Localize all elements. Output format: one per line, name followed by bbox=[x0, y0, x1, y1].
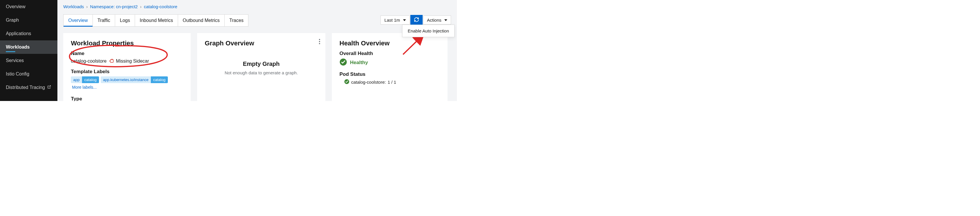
breadcrumb-workloads[interactable]: Workloads bbox=[63, 4, 84, 9]
actions-menu: Enable Auto Injection bbox=[402, 25, 455, 37]
cards-row: Workload Properties Name catalog-coolsto… bbox=[63, 33, 451, 101]
sidebar-item-applications[interactable]: Applications bbox=[0, 27, 57, 40]
tab-overview[interactable]: Overview bbox=[64, 14, 93, 26]
label-pair[interactable]: app catalog bbox=[71, 76, 99, 83]
empty-title: Empty Graph bbox=[205, 60, 318, 67]
breadcrumb-namespace[interactable]: Namespace: cn-project2 bbox=[90, 4, 138, 9]
main-content: Workloads › Namespace: cn-project2 › cat… bbox=[57, 0, 457, 101]
kebab-menu-button[interactable] bbox=[319, 39, 320, 44]
label-key: app.kubernetes.io/instance bbox=[101, 76, 151, 83]
label-value: catalog bbox=[151, 76, 168, 83]
card-title: Graph Overview bbox=[205, 40, 318, 47]
sidebar-item-label: Overview bbox=[6, 4, 25, 10]
top-actions: Last 1m Actions bbox=[380, 15, 451, 25]
tab-traces[interactable]: Traces bbox=[224, 14, 248, 26]
tab-logs[interactable]: Logs bbox=[115, 14, 135, 26]
pod-name: catalog-coolstore: bbox=[351, 79, 386, 84]
wp-type-heading: Type bbox=[71, 96, 183, 101]
refresh-button[interactable] bbox=[410, 15, 423, 25]
graph-empty-state: Empty Graph Not enough data to generate … bbox=[205, 51, 318, 75]
overall-health-heading: Overall Health bbox=[339, 51, 440, 57]
tabs: Overview Traffic Logs Inbound Metrics Ou… bbox=[63, 14, 248, 27]
graph-overview-card: Graph Overview Empty Graph Not enough da… bbox=[197, 33, 325, 101]
sidebar-item-label: Distributed Tracing bbox=[6, 85, 45, 90]
label-key: app bbox=[71, 76, 82, 83]
chevron-right-icon: › bbox=[140, 4, 142, 9]
breadcrumb-current[interactable]: catalog-coolstore bbox=[144, 4, 177, 9]
wp-name-value: catalog-coolstore bbox=[71, 59, 107, 64]
pod-count: 1 / 1 bbox=[388, 79, 396, 84]
actions-label: Actions bbox=[427, 17, 441, 22]
label-value: catalog bbox=[82, 76, 99, 83]
time-range-label: Last 1m bbox=[384, 17, 400, 22]
workload-properties-card: Workload Properties Name catalog-coolsto… bbox=[63, 33, 191, 101]
time-range-select[interactable]: Last 1m bbox=[380, 16, 409, 25]
health-status-text: Healthy bbox=[350, 60, 368, 65]
sidebar-item-label: Workloads bbox=[6, 44, 30, 50]
breadcrumb: Workloads › Namespace: cn-project2 › cat… bbox=[63, 4, 451, 9]
pod-status-row: catalog-coolstore: 1 / 1 bbox=[344, 79, 440, 85]
toolbar-row: Overview Traffic Logs Inbound Metrics Ou… bbox=[63, 14, 451, 27]
label-pair[interactable]: app.kubernetes.io/instance catalog bbox=[101, 76, 168, 83]
svg-rect-0 bbox=[110, 60, 113, 62]
card-title: Health Overview bbox=[339, 40, 440, 47]
sidebar: Overview Graph Applications Workloads Se… bbox=[0, 0, 57, 101]
empty-subtitle: Not enough data to generate a graph. bbox=[205, 70, 318, 75]
refresh-icon bbox=[414, 17, 419, 23]
actions-dropdown[interactable]: Actions bbox=[423, 16, 451, 25]
health-overview-card: Health Overview Overall Health Healthy P… bbox=[332, 33, 447, 101]
card-title: Workload Properties bbox=[71, 40, 183, 47]
check-circle-icon bbox=[344, 79, 349, 85]
chevron-right-icon: › bbox=[86, 4, 88, 9]
check-circle-icon bbox=[339, 58, 347, 67]
sidebar-item-distributed-tracing[interactable]: Distributed Tracing bbox=[0, 81, 57, 94]
sidebar-item-label: Istio Config bbox=[6, 71, 29, 77]
sidebar-item-istio-config[interactable]: Istio Config bbox=[0, 67, 57, 81]
sidebar-item-label: Graph bbox=[6, 17, 19, 23]
tab-inbound-metrics[interactable]: Inbound Metrics bbox=[135, 14, 178, 26]
tab-outbound-metrics[interactable]: Outbound Metrics bbox=[178, 14, 224, 26]
wp-name-heading: Name bbox=[71, 51, 183, 57]
missing-sidecar-badge: Missing Sidecar bbox=[109, 58, 149, 64]
actions-menu-item-enable-auto-injection[interactable]: Enable Auto Injection bbox=[408, 29, 449, 33]
sidebar-item-label: Applications bbox=[6, 31, 31, 36]
more-labels-link[interactable]: More labels... bbox=[72, 85, 97, 90]
sidebar-item-workloads[interactable]: Workloads bbox=[0, 40, 57, 54]
sidebar-item-graph[interactable]: Graph bbox=[0, 13, 57, 27]
missing-sidecar-text: Missing Sidecar bbox=[116, 59, 149, 64]
tab-traffic[interactable]: Traffic bbox=[93, 14, 115, 26]
sidebar-item-services[interactable]: Services bbox=[0, 54, 57, 67]
pod-status-heading: Pod Status bbox=[339, 71, 440, 77]
chevron-down-icon bbox=[444, 19, 447, 21]
sidebar-item-label: Services bbox=[6, 58, 24, 63]
labels-row: app catalog app.kubernetes.io/instance c… bbox=[71, 76, 183, 90]
external-link-icon bbox=[47, 85, 51, 90]
sidebar-item-overview[interactable]: Overview bbox=[0, 0, 57, 13]
wp-labels-heading: Template Labels bbox=[71, 69, 183, 75]
missing-sidecar-icon bbox=[109, 58, 114, 64]
chevron-down-icon bbox=[403, 19, 406, 21]
